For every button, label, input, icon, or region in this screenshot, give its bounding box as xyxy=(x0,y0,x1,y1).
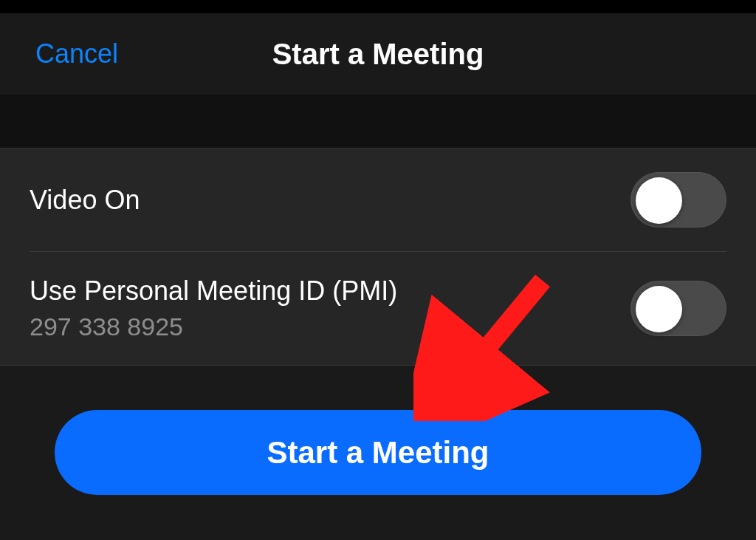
video-on-toggle[interactable] xyxy=(630,172,726,228)
pmi-toggle[interactable] xyxy=(630,281,726,336)
pmi-row: Use Personal Meeting ID (PMI) 297 338 89… xyxy=(30,251,726,365)
pmi-id: 297 338 8925 xyxy=(30,312,397,341)
button-area: Start a Meeting xyxy=(0,366,756,495)
start-meeting-button[interactable]: Start a Meeting xyxy=(55,410,701,495)
status-bar xyxy=(0,0,756,13)
pmi-label: Use Personal Meeting ID (PMI) xyxy=(30,276,397,307)
spacer xyxy=(0,95,756,148)
video-on-label: Video On xyxy=(30,185,140,216)
toggle-knob xyxy=(636,286,682,332)
video-on-row: Video On xyxy=(0,148,756,251)
cancel-button[interactable]: Cancel xyxy=(35,38,118,69)
settings-group: Video On Use Personal Meeting ID (PMI) 2… xyxy=(0,148,756,366)
toggle-knob xyxy=(636,177,682,224)
header: Cancel Start a Meeting xyxy=(0,13,756,95)
